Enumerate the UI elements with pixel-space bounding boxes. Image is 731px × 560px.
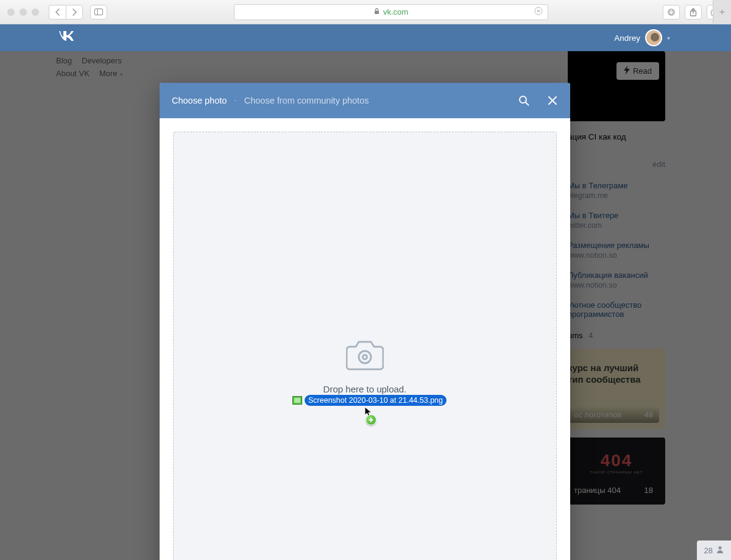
new-tab-button[interactable]: + bbox=[713, 0, 731, 24]
lock-icon bbox=[374, 8, 380, 16]
close-icon[interactable] bbox=[547, 95, 558, 106]
clear-url-icon[interactable] bbox=[534, 7, 543, 17]
forward-button[interactable] bbox=[66, 5, 83, 19]
browser-toolbar: vk.com + bbox=[0, 0, 731, 24]
svg-line-9 bbox=[526, 102, 529, 105]
url-text: vk.com bbox=[383, 7, 408, 16]
vk-logo-icon[interactable] bbox=[58, 30, 75, 46]
online-counter[interactable]: 28 bbox=[697, 541, 731, 560]
page-body: Blog Developers About VK More▾ Read ация… bbox=[0, 51, 731, 560]
file-thumbnail-icon bbox=[292, 396, 302, 405]
dragged-file-chip: Screenshot 2020-03-10 at 21.44.53.png bbox=[292, 395, 447, 406]
svg-rect-2 bbox=[375, 11, 379, 15]
person-icon bbox=[716, 545, 724, 555]
camera-icon bbox=[346, 339, 384, 373]
address-bar[interactable]: vk.com bbox=[234, 4, 548, 20]
separator: · bbox=[234, 95, 236, 106]
back-button[interactable] bbox=[49, 5, 66, 19]
svg-rect-0 bbox=[95, 9, 103, 15]
svg-point-10 bbox=[359, 351, 371, 363]
close-window-dot[interactable] bbox=[7, 9, 15, 16]
zoom-window-dot[interactable] bbox=[32, 9, 39, 16]
search-icon[interactable] bbox=[518, 94, 530, 107]
username-label: Andrey bbox=[614, 34, 640, 43]
svg-point-11 bbox=[363, 355, 367, 359]
sidebar-toggle-button[interactable] bbox=[90, 5, 107, 19]
share-button[interactable] bbox=[685, 5, 702, 19]
modal-header: Choose photo · Choose from community pho… bbox=[160, 83, 570, 118]
downloads-button[interactable] bbox=[663, 5, 680, 19]
upload-dropzone[interactable]: Drop here to upload. bbox=[173, 132, 557, 560]
window-controls bbox=[7, 9, 39, 16]
user-menu[interactable]: Andrey ▾ bbox=[614, 29, 670, 46]
dragged-file-name: Screenshot 2020-03-10 at 21.44.53.png bbox=[305, 395, 447, 406]
avatar bbox=[645, 29, 662, 46]
online-count: 28 bbox=[704, 546, 713, 555]
svg-point-12 bbox=[718, 546, 721, 549]
choose-from-community-link[interactable]: Choose from community photos bbox=[244, 96, 369, 105]
drop-allowed-plus-icon: + bbox=[366, 414, 376, 425]
modal-title: Choose photo bbox=[172, 96, 227, 105]
choose-photo-modal: Choose photo · Choose from community pho… bbox=[160, 83, 570, 560]
chevron-down-icon: ▾ bbox=[667, 35, 670, 41]
dropzone-label: Drop here to upload. bbox=[323, 384, 407, 394]
minimize-window-dot[interactable] bbox=[19, 9, 27, 16]
vk-top-bar: Andrey ▾ bbox=[0, 24, 731, 51]
